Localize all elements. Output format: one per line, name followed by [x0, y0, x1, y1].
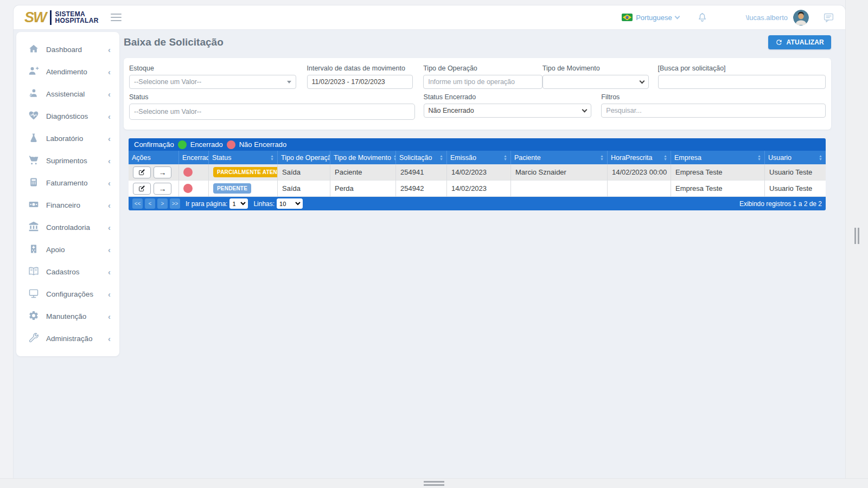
cell-paciente: Marcio Sznaider — [511, 164, 608, 181]
date-range-input[interactable] — [307, 75, 413, 89]
sidebar-item-label: Controladoria — [46, 223, 90, 232]
sidebar-item-controladoria[interactable]: Controladoria ‹ — [16, 216, 119, 239]
chevron-left-icon: ‹ — [108, 335, 111, 343]
flask-icon — [28, 132, 39, 145]
notifications-bell-icon[interactable] — [697, 12, 708, 23]
estoque-value: --Selecione um Valor-- — [134, 78, 201, 86]
column-header-solicitacao[interactable]: Solicitação▲▼ — [396, 151, 447, 164]
tipo-operacao-input[interactable] — [423, 75, 542, 89]
edit-button[interactable] — [133, 183, 151, 195]
sidebar-item-label: Diagnósticos — [46, 112, 88, 120]
cell-emissao: 14/02/2023 — [447, 181, 511, 197]
sort-icon: ▲▼ — [755, 155, 761, 161]
column-header-emissao[interactable]: Emissão▲▼ — [447, 151, 511, 164]
sidebar-item-apoio[interactable]: Apoio ‹ — [16, 239, 119, 261]
app-logo[interactable]: SW SISTEMA HOSPITALAR — [24, 9, 99, 26]
page-select[interactable]: 1 — [229, 198, 248, 209]
sort-icon: ▲▼ — [268, 155, 274, 161]
status-select[interactable]: --Selecione um Valor-- — [129, 104, 415, 120]
next-page-button[interactable]: > — [157, 198, 168, 209]
estoque-label: Estoque — [129, 65, 296, 72]
legend-nao-encerrado-label: Não Encerrado — [239, 140, 286, 149]
legend-encerrado-label: Encerrado — [190, 140, 223, 149]
column-header-tipo-movimento[interactable]: Tipo de Movimento▲▼ — [330, 151, 396, 164]
chevron-left-icon: ‹ — [108, 68, 111, 76]
sort-icon: ▲▼ — [437, 155, 443, 161]
sidebar-item-atendimento[interactable]: Atendimento ‹ — [16, 61, 119, 83]
sidebar-toggle-button[interactable] — [111, 14, 122, 21]
column-header-tipo-operacao[interactable]: Tipo de Operação▲▼ — [278, 151, 330, 164]
cell-status: PENDENTE — [209, 181, 278, 197]
column-header-paciente[interactable]: Paciente▲▼ — [511, 151, 608, 164]
cell-hora-prescrita — [608, 181, 671, 197]
sidebar-item-label: Apoio — [46, 246, 65, 254]
sidebar-item-suprimentos[interactable]: Suprimentos ‹ — [16, 150, 119, 172]
cell-tipo-movimento: Perda — [330, 181, 396, 197]
chevron-left-icon: ‹ — [108, 112, 111, 120]
arrow-right-button[interactable]: → — [154, 183, 171, 195]
caret-down-icon — [287, 81, 291, 84]
chevron-left-icon: ‹ — [108, 134, 111, 143]
sidebar-item-administracao[interactable]: Administração ‹ — [16, 328, 119, 350]
status-encerrado-select[interactable]: Não Encerrado — [424, 104, 592, 118]
last-page-button[interactable]: >> — [170, 198, 180, 209]
cell-solicitacao: 254942 — [396, 181, 447, 197]
cell-solicitacao: 254941 — [396, 164, 447, 181]
cell-hora-prescrita: 14/02/2023 00:00 — [608, 164, 671, 181]
chat-icon[interactable] — [823, 12, 834, 23]
table-row: → PARCIALMENTE ATENDIDO Saída Paciente 2… — [129, 164, 826, 181]
busca-input[interactable] — [658, 75, 826, 89]
nao-encerrado-dot-icon — [227, 140, 235, 149]
book-icon — [28, 266, 39, 279]
tipo-movimento-select[interactable] — [542, 75, 649, 89]
chevron-left-icon: ‹ — [108, 201, 111, 209]
sidebar-item-diagnosticos[interactable]: Diagnósticos ‹ — [16, 105, 119, 127]
user-avatar[interactable] — [793, 10, 809, 25]
horizontal-splitter[interactable] — [0, 478, 868, 488]
gear-icon — [28, 310, 39, 323]
first-page-button[interactable]: << — [132, 198, 143, 209]
status-encerrado-value: Não Encerrado — [429, 107, 474, 114]
status-badge: PARCIALMENTE ATENDIDO — [213, 167, 278, 177]
filtros-search-input[interactable] — [601, 104, 826, 118]
edit-button[interactable] — [133, 166, 151, 178]
prev-page-button[interactable]: < — [145, 198, 155, 209]
tipo-operacao-label: Tipo de Operação — [423, 65, 542, 72]
chevron-left-icon: ‹ — [108, 223, 111, 232]
sidebar: Dashboard ‹ Atendimento ‹ Assistencial ‹… — [16, 32, 119, 356]
estoque-select[interactable]: --Selecione um Valor-- — [129, 75, 296, 89]
sidebar-item-cadastros[interactable]: Cadastros ‹ — [16, 261, 119, 283]
username-label[interactable]: \lucas.alberto — [746, 14, 788, 22]
sidebar-item-laboratorio[interactable]: Laboratório ‹ — [16, 127, 119, 150]
hospital-icon — [28, 243, 39, 256]
sidebar-item-label: Laboratório — [46, 134, 83, 143]
sort-icon: ▲▼ — [661, 155, 667, 161]
sidebar-item-assistencial[interactable]: Assistencial ‹ — [16, 83, 119, 105]
arrow-right-button[interactable]: → — [154, 166, 171, 178]
column-header-encerrado[interactable]: Encerrado▲▼ — [179, 151, 209, 164]
cell-acoes: → — [129, 181, 179, 197]
cell-usuario: Usuario Teste — [765, 181, 826, 197]
sidebar-item-dashboard[interactable]: Dashboard ‹ — [16, 38, 119, 61]
wrench-icon — [28, 332, 39, 345]
sidebar-item-configuracoes[interactable]: Configurações ‹ — [16, 283, 119, 305]
sidebar-item-label: Cadastros — [46, 268, 80, 276]
sidebar-item-label: Manutenção — [46, 312, 86, 320]
sidebar-item-faturamento[interactable]: Faturamento ‹ — [16, 172, 119, 194]
column-header-empresa[interactable]: Empresa▲▼ — [671, 151, 765, 164]
lines-select[interactable]: 10 — [277, 198, 303, 209]
tipo-movimento-label: Tipo de Movimento — [542, 65, 649, 72]
table-legend: Confirmação Encerrado Não Encerrado — [129, 138, 826, 151]
vertical-splitter[interactable] — [845, 0, 868, 478]
column-header-hora-prescrita[interactable]: HoraPrescrita▲▼ — [608, 151, 671, 164]
language-selector[interactable]: Portuguese — [622, 14, 679, 22]
chevron-left-icon: ‹ — [108, 290, 111, 298]
refresh-button[interactable]: ATUALIZAR — [768, 35, 831, 49]
solicitacoes-table: Confirmação Encerrado Não Encerrado Açõe… — [129, 138, 826, 210]
sidebar-item-manutencao[interactable]: Manutenção ‹ — [16, 305, 119, 328]
workspace: Dashboard ‹ Atendimento ‹ Assistencial ‹… — [14, 30, 845, 478]
refresh-icon — [775, 38, 783, 46]
column-header-status[interactable]: Status▲▼ — [209, 151, 278, 164]
sidebar-item-financeiro[interactable]: Financeiro ‹ — [16, 194, 119, 216]
column-header-usuario[interactable]: Usuario▲▼ — [765, 151, 826, 164]
